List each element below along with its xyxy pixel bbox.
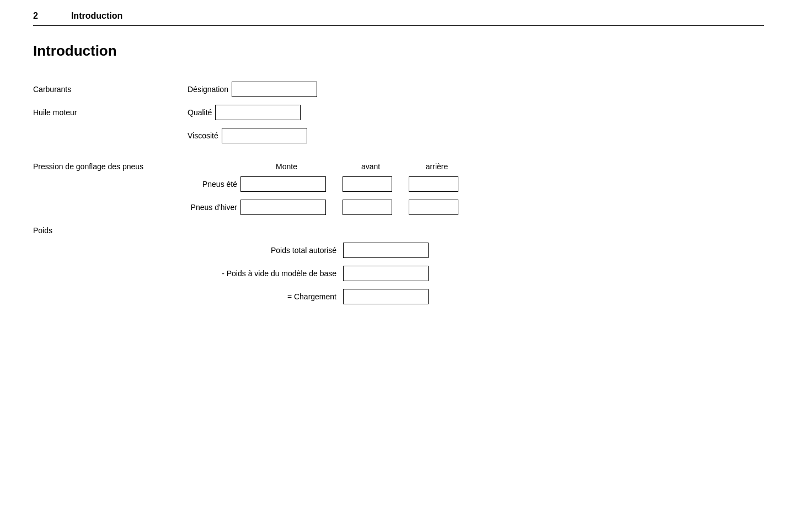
chargement-group: = Chargement	[33, 289, 429, 304]
viscosite-label: Viscosité	[188, 131, 218, 140]
pression-header-row: Pression de gonflage des pneus Monte ava…	[33, 162, 764, 171]
chargement-label: = Chargement	[33, 292, 336, 301]
page-header: 2 Introduction	[33, 11, 764, 21]
pneus-hiver-row: Pneus d'hiver	[33, 200, 764, 215]
carburants-label: Carburants	[33, 85, 188, 94]
pneus-ete-label: Pneus été	[188, 180, 237, 189]
col-arriere-label: arrière	[412, 162, 462, 171]
pneus-ete-monte-input[interactable]	[240, 176, 326, 192]
qualite-label: Qualité	[188, 108, 212, 117]
page-container: 2 Introduction Introduction Carburants D…	[0, 0, 797, 337]
col-monte-label: Monte	[244, 162, 329, 171]
pneus-hiver-arriere-input[interactable]	[409, 200, 458, 215]
poids-total-row: Poids total autorisé	[33, 243, 764, 258]
pneus-ete-fields: Pneus été	[188, 176, 458, 192]
huile-row: Huile moteur Qualité	[33, 105, 764, 120]
pneus-ete-avant-input[interactable]	[343, 176, 392, 192]
header-title: Introduction	[71, 11, 122, 21]
qualite-input[interactable]	[215, 105, 301, 120]
poids-vide-row: - Poids à vide du modèle de base	[33, 266, 764, 281]
carburants-block: Carburants Désignation Huile moteur Qual…	[33, 82, 764, 151]
chargement-row: = Chargement	[33, 289, 764, 304]
header-divider	[33, 25, 764, 26]
designation-input[interactable]	[232, 82, 317, 97]
pneus-ete-row: Pneus été	[33, 176, 764, 192]
page-number: 2	[33, 11, 38, 21]
poids-vide-group: - Poids à vide du modèle de base	[33, 266, 429, 281]
pneus-hiver-label: Pneus d'hiver	[188, 203, 237, 212]
section-title: Introduction	[33, 42, 764, 60]
pneus-ete-arriere-input[interactable]	[409, 176, 458, 192]
poids-title-row: Poids	[33, 226, 764, 235]
poids-vide-label: - Poids à vide du modèle de base	[33, 269, 336, 278]
pneus-hiver-fields: Pneus d'hiver	[188, 200, 458, 215]
pneus-hiver-avant-input[interactable]	[343, 200, 392, 215]
poids-total-input[interactable]	[343, 243, 429, 258]
poids-block: Poids Poids total autorisé - Poids à vid…	[33, 226, 764, 304]
pneus-hiver-monte-input[interactable]	[240, 200, 326, 215]
carburants-row: Carburants Désignation	[33, 82, 764, 97]
pression-columns: Monte avant arrière	[188, 162, 462, 171]
designation-group: Désignation	[188, 82, 317, 97]
huile-label: Huile moteur	[33, 108, 188, 117]
poids-total-label: Poids total autorisé	[33, 246, 336, 255]
viscosite-group: Viscosité	[188, 128, 307, 143]
poids-vide-input[interactable]	[343, 266, 429, 281]
pression-block: Pression de gonflage des pneus Monte ava…	[33, 162, 764, 215]
col-avant-label: avant	[346, 162, 395, 171]
designation-label: Désignation	[188, 85, 228, 94]
pression-section-label: Pression de gonflage des pneus	[33, 162, 188, 171]
poids-total-group: Poids total autorisé	[33, 243, 429, 258]
viscosite-row: Viscosité	[33, 128, 764, 143]
qualite-group: Qualité	[188, 105, 301, 120]
chargement-input[interactable]	[343, 289, 429, 304]
viscosite-input[interactable]	[222, 128, 307, 143]
poids-section-label: Poids	[33, 226, 52, 235]
